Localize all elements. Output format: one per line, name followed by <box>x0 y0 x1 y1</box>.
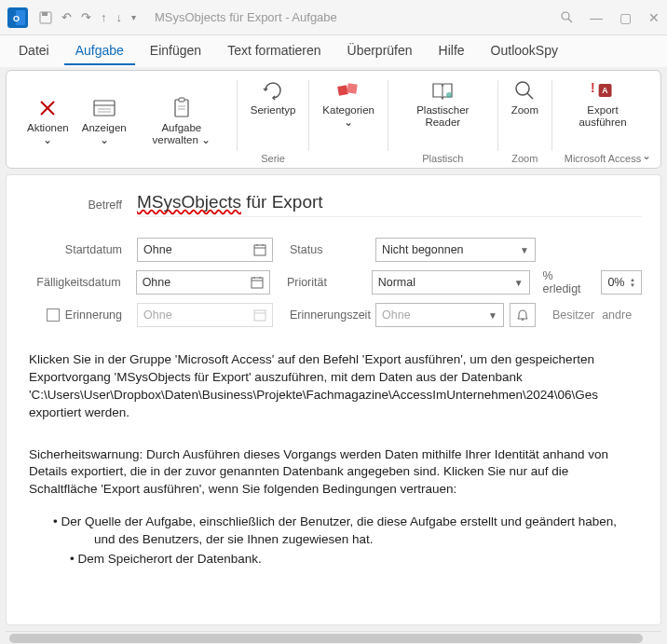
calendar-icon[interactable] <box>251 276 264 289</box>
subject-field[interactable]: MSysObjects für Export <box>137 192 642 217</box>
menu-outlookspy[interactable]: OutlookSpy <box>480 37 569 65</box>
body-bullet-1: • Der Quelle der Aufgabe, einschließlich… <box>29 514 638 549</box>
view-icon <box>92 96 116 120</box>
faelligkeit-label: Fälligkeitsdatum <box>25 276 136 289</box>
task-body[interactable]: Klicken Sie in der Gruppe 'Microsoft Acc… <box>7 335 660 583</box>
serientyp-button[interactable]: Serientyp <box>245 76 302 118</box>
chevron-down-icon: ▼ <box>488 310 497 321</box>
svg-line-22 <box>527 93 533 99</box>
svg-point-5 <box>562 12 569 20</box>
anzeigen-button[interactable]: Anzeigen⌄ <box>76 94 132 148</box>
svg-text:O: O <box>13 14 20 23</box>
erinnerung-label: Erinnerung <box>65 308 122 322</box>
access-export-icon: !A <box>591 78 615 103</box>
pct-field[interactable]: 0% ▲▼ <box>601 270 642 295</box>
erinnerung-checkbox[interactable] <box>47 308 60 322</box>
group-access-label: Microsoft Access <box>565 153 642 166</box>
group-serie-label: Serie <box>261 153 285 166</box>
erinnerungszeit-label: Erinnerungszeit <box>273 308 375 322</box>
window-title: MSysObjects für Export - Aufgabe <box>155 10 560 24</box>
outlook-icon: O <box>7 7 28 28</box>
menu-aufgabe[interactable]: Aufgabe <box>64 37 135 65</box>
body-p1: Klicken Sie in der Gruppe 'Microsoft Acc… <box>29 351 638 422</box>
aktionen-button[interactable]: Aktionen⌄ <box>21 94 75 148</box>
svg-rect-13 <box>175 100 188 116</box>
svg-rect-9 <box>94 101 115 116</box>
categories-icon <box>336 78 361 103</box>
redo-icon[interactable]: ↷ <box>81 10 91 24</box>
aufgabe-verwalten-button[interactable]: Aufgabe verwalten ⌄ <box>134 94 229 148</box>
up-icon[interactable]: ↑ <box>101 10 107 24</box>
task-form: Betreff MSysObjects für Export Startdatu… <box>6 174 661 625</box>
startdatum-field[interactable]: Ohne <box>137 238 273 262</box>
svg-rect-30 <box>252 278 263 288</box>
body-bullet-2: • Dem Speicherort der Datenbank. <box>29 551 638 569</box>
chevron-down-icon: ▼ <box>520 245 529 255</box>
save-icon[interactable] <box>39 11 52 24</box>
faelligkeit-field[interactable]: Ohne <box>136 270 270 295</box>
subject-label: Betreff <box>25 199 137 212</box>
svg-text:A: A <box>602 86 608 95</box>
plastischer-reader-button[interactable]: Plastischer Reader <box>396 76 490 130</box>
group-zoom-label: Zoom <box>511 153 538 166</box>
quick-access-toolbar: ↶ ↷ ↑ ↓ ▾ <box>39 10 136 24</box>
ribbon-expand-icon[interactable]: ⌄ <box>642 149 651 162</box>
menu-datei[interactable]: Datei <box>7 37 61 65</box>
status-label: Status <box>273 243 375 256</box>
svg-rect-17 <box>337 85 348 96</box>
svg-rect-4 <box>42 12 48 16</box>
svg-rect-34 <box>254 310 265 321</box>
reminder-sound-button[interactable] <box>510 303 536 327</box>
scrollbar-thumb[interactable] <box>9 634 643 643</box>
zoom-button[interactable]: Zoom <box>506 76 544 118</box>
svg-text:!: ! <box>591 80 595 95</box>
svg-point-20 <box>446 92 452 98</box>
delete-x-icon <box>35 96 60 120</box>
maximize-icon[interactable]: ▢ <box>619 10 632 25</box>
svg-line-6 <box>568 19 572 22</box>
menu-ueberpruefen[interactable]: Überprüfen <box>336 37 424 65</box>
zoom-icon <box>512 78 537 103</box>
menu-einfuegen[interactable]: Einfügen <box>139 37 212 65</box>
status-field[interactable]: Nicht begonnen▼ <box>375 238 536 262</box>
chevron-down-icon: ▼ <box>514 278 524 288</box>
export-ausfuehren-button[interactable]: !A Export ausführen <box>560 76 646 130</box>
menu-hilfe[interactable]: Hilfe <box>428 37 476 65</box>
bell-icon <box>516 308 529 322</box>
titlebar: O ↶ ↷ ↑ ↓ ▾ MSysObjects für Export - Auf… <box>0 0 667 35</box>
prioritaet-field[interactable]: Normal▼ <box>372 270 530 295</box>
ribbon: Aktionen⌄ Anzeigen⌄ Aufgabe verwalten ⌄ … <box>6 70 661 169</box>
calendar-icon <box>253 308 266 322</box>
recurrence-icon <box>261 78 285 103</box>
down-icon[interactable]: ↓ <box>116 10 123 24</box>
spinner-icon[interactable]: ▲▼ <box>630 277 635 288</box>
qat-dropdown-icon[interactable]: ▾ <box>131 12 136 22</box>
erinnerung-date-field[interactable]: Ohne <box>137 303 273 327</box>
body-p2: Sicherheitswarnung: Durch Ausführen dies… <box>29 446 638 500</box>
group-plastisch-label: Plastisch <box>422 153 463 166</box>
pct-label: % erledigt <box>530 269 594 295</box>
besitzer-value: andre <box>594 308 632 322</box>
close-icon[interactable]: ✕ <box>648 10 660 25</box>
menubar: Datei Aufgabe Einfügen Text formatieren … <box>0 35 667 67</box>
undo-icon[interactable]: ↶ <box>61 10 72 24</box>
svg-point-21 <box>516 82 529 95</box>
svg-rect-14 <box>179 98 184 102</box>
svg-rect-18 <box>347 83 357 93</box>
startdatum-label: Startdatum <box>25 243 137 256</box>
clipboard-icon <box>170 96 194 120</box>
prioritaet-label: Priorität <box>270 276 372 289</box>
search-icon[interactable] <box>560 10 573 25</box>
calendar-icon[interactable] <box>253 243 266 256</box>
besitzer-label: Besitzer <box>536 308 594 322</box>
erinnerungszeit-field[interactable]: Ohne▼ <box>375 303 504 327</box>
reader-icon <box>430 78 455 103</box>
horizontal-scrollbar[interactable] <box>6 631 661 644</box>
kategorien-button[interactable]: Kategorien⌄ <box>317 76 380 130</box>
svg-rect-26 <box>254 245 265 255</box>
menu-text-formatieren[interactable]: Text formatieren <box>216 37 332 65</box>
minimize-icon[interactable]: — <box>590 10 603 25</box>
